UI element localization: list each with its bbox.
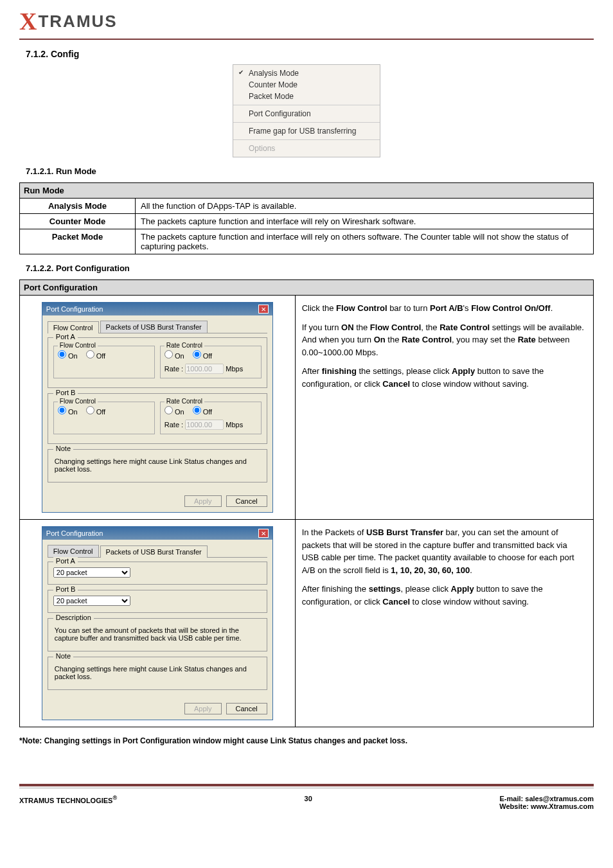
logo-x-icon: X: [19, 9, 37, 33]
dialog-flow-control: Port Configuration ✕ Flow Control Packet…: [42, 302, 273, 513]
menu-group-options: Options: [233, 140, 380, 157]
tab-packets-usb[interactable]: Packets of USB Burst Transfer: [100, 321, 208, 333]
port-config-table: Port Configuration Port Configuration ✕ …: [19, 279, 594, 727]
rate-control-title: Rate Control: [164, 342, 204, 349]
port-b-flow-on[interactable]: On: [58, 408, 78, 416]
port-a-flow-on[interactable]: On: [58, 352, 78, 360]
tab-flow-control[interactable]: Flow Control: [48, 321, 99, 333]
logo: X TRAMUS: [19, 9, 118, 33]
group-note: Note Changing settings here might cause …: [48, 657, 267, 690]
note-title: Note: [53, 652, 73, 660]
footer-page-number: 30: [117, 795, 499, 810]
dialog-title-text: Port Configuration: [46, 529, 103, 537]
port-a-title: Port A: [53, 333, 78, 341]
dialog-buttons: Apply Cancel: [42, 493, 272, 512]
dialog-body: Flow Control Packets of USB Burst Transf…: [42, 540, 272, 700]
port-a-rate-off[interactable]: Off: [193, 352, 213, 360]
radio-off[interactable]: [86, 350, 94, 359]
flow-control-title: Flow Control: [58, 342, 98, 349]
row-packet-desc: The packets capture function and interfa…: [136, 229, 594, 254]
row-analysis-desc: All the function of DApps-TAP is availab…: [136, 199, 594, 214]
explain-packets-p2: After finishing the settings, please cli…: [302, 583, 587, 608]
dialog-titlebar: Port Configuration ✕: [42, 527, 272, 540]
port-a-packet-select[interactable]: 20 packet: [53, 567, 130, 578]
menu-group-portconf: Port Configuration: [233, 105, 380, 123]
radio-off[interactable]: [193, 350, 201, 359]
row-counter-label: Counter Mode: [20, 214, 136, 229]
dialog-titlebar: Port Configuration ✕: [42, 303, 272, 315]
description-title: Description: [53, 614, 94, 621]
port-a-flow-off[interactable]: Off: [86, 352, 106, 360]
port-b-rate-on[interactable]: On: [164, 408, 184, 416]
pc-left-packets: Port Configuration ✕ Flow Control Packet…: [20, 520, 296, 727]
menu-frame-gap[interactable]: Frame gap for USB transferring: [233, 125, 380, 137]
dialog-title-text: Port Configuration: [46, 305, 103, 313]
group-note: Note Changing settings here might cause …: [48, 449, 267, 483]
note-text: Changing settings here might cause Link …: [53, 662, 262, 683]
section-run-mode: 7.1.2.1. Run Mode: [26, 166, 594, 176]
menu-analysis-mode[interactable]: Analysis Mode: [233, 67, 380, 79]
pc-left-flow: Port Configuration ✕ Flow Control Packet…: [20, 296, 296, 520]
radio-on[interactable]: [58, 350, 66, 359]
footer-left: XTRAMUS TECHNOLOGIES®: [19, 795, 117, 810]
note-text: Changing settings here might cause Link …: [53, 455, 262, 475]
tabs: Flow Control Packets of USB Burst Transf…: [48, 545, 267, 558]
radio-off[interactable]: [86, 406, 94, 414]
group-description: Description You can set the amount of pa…: [48, 618, 267, 651]
cancel-button[interactable]: Cancel: [226, 703, 267, 714]
port-a-flow-control: Flow Control On Off: [53, 346, 155, 378]
port-b-rate-input: [185, 420, 224, 430]
port-b-flow-off[interactable]: Off: [86, 408, 106, 416]
footnote: *Note: Changing settings in Port Configu…: [19, 736, 594, 745]
close-icon[interactable]: ✕: [258, 305, 269, 314]
row-analysis-label: Analysis Mode: [20, 199, 136, 214]
tabs: Flow Control Packets of USB Burst Transf…: [48, 321, 267, 333]
header-rule: [19, 39, 594, 40]
page-header: X TRAMUS: [19, 0, 594, 33]
logo-text: TRAMUS: [38, 12, 117, 31]
menu-packet-mode[interactable]: Packet Mode: [233, 91, 380, 102]
group-port-b: Port B 20 packet: [48, 590, 267, 613]
run-mode-table: Run Mode Analysis Mode All the function …: [19, 182, 594, 254]
port-b-title: Port B: [53, 389, 78, 396]
dialog-body: Flow Control Packets of USB Burst Transf…: [42, 315, 272, 493]
menu-options: Options: [233, 143, 380, 154]
section-config: 7.1.2. Config: [26, 49, 594, 59]
port-b-rate-control: Rate Control On Off Rate : Mbps: [160, 402, 262, 434]
config-menu: Analysis Mode Counter Mode Packet Mode P…: [233, 64, 380, 157]
pc-right-packets: In the Packets of USB Burst Transfer bar…: [295, 520, 593, 727]
radio-on[interactable]: [164, 350, 173, 359]
explain-flow-p3: After finishing the settings, please cli…: [302, 365, 587, 390]
cancel-button[interactable]: Cancel: [226, 495, 267, 507]
menu-port-configuration[interactable]: Port Configuration: [233, 108, 380, 120]
port-b-rate-off[interactable]: Off: [193, 408, 213, 416]
tab-flow-control[interactable]: Flow Control: [48, 545, 99, 557]
run-mode-header: Run Mode: [20, 183, 594, 199]
registered-icon: ®: [112, 795, 117, 801]
radio-on[interactable]: [164, 406, 173, 414]
explain-flow-p2: If you turn ON the Flow Control, the Rat…: [302, 321, 587, 359]
menu-group-framegap: Frame gap for USB transferring: [233, 123, 380, 140]
radio-on[interactable]: [58, 406, 66, 414]
menu-counter-mode[interactable]: Counter Mode: [233, 79, 380, 91]
port-b-packet-select[interactable]: 20 packet: [53, 596, 130, 606]
group-port-a: Port A 20 packet: [48, 562, 267, 585]
close-icon[interactable]: ✕: [258, 529, 269, 538]
menu-group-modes: Analysis Mode Counter Mode Packet Mode: [233, 65, 380, 105]
radio-off[interactable]: [193, 406, 201, 414]
explain-packets-p1: In the Packets of USB Burst Transfer bar…: [302, 526, 587, 576]
dialog-packets-usb: Port Configuration ✕ Flow Control Packet…: [42, 526, 273, 720]
apply-button: Apply: [184, 703, 222, 714]
section-port-config: 7.1.2.2. Port Configuration: [26, 263, 594, 273]
port-b-flow-control: Flow Control On Off: [53, 402, 155, 434]
port-a-rate-input: [185, 364, 224, 374]
footer-rule: [19, 784, 594, 786]
port-a-rate-on[interactable]: On: [164, 352, 184, 360]
footer-right: E-mail: sales@xtramus.com Website: www.X…: [499, 795, 594, 810]
apply-button: Apply: [184, 495, 222, 507]
flow-control-title: Flow Control: [58, 398, 98, 405]
port-b-rate-line: Rate : Mbps: [164, 420, 257, 430]
tab-packets-usb[interactable]: Packets of USB Burst Transfer: [100, 545, 208, 558]
rate-control-title: Rate Control: [164, 398, 204, 405]
dialog-buttons: Apply Cancel: [42, 700, 272, 720]
